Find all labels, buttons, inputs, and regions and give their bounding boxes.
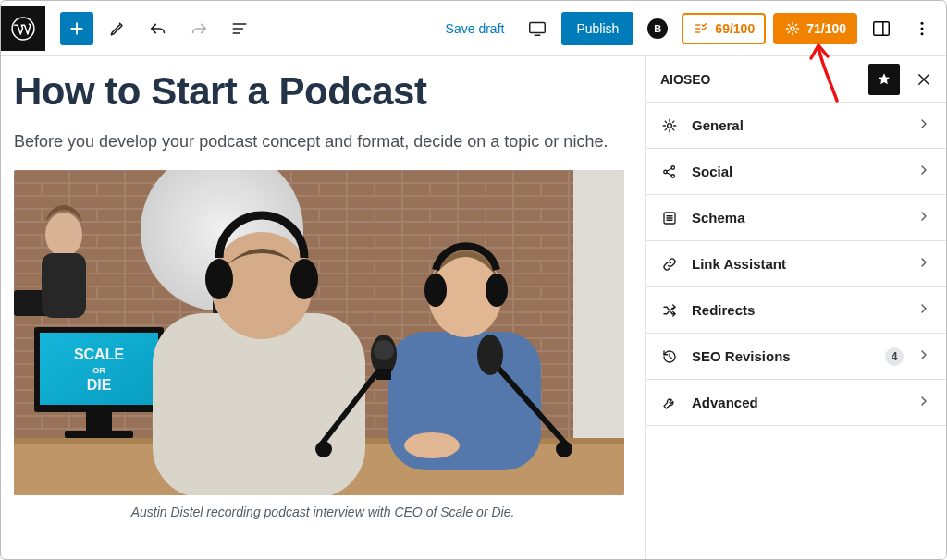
preview-button[interactable] [521, 12, 554, 45]
svg-rect-44 [14, 170, 624, 495]
sidebar-item-label: Advanced [692, 395, 904, 410]
sidebar-item-social[interactable]: Social [646, 149, 946, 195]
sidebar-item-label: SEO Revisions [692, 348, 867, 364]
sidebar-icon [871, 18, 892, 39]
star-icon [876, 71, 892, 88]
svg-point-6 [921, 32, 924, 35]
post-image-figure[interactable]: SCALE OR DIE [14, 170, 632, 519]
sidebar-item-general[interactable]: General [646, 103, 946, 149]
undo-icon [148, 18, 168, 39]
sidebar-item-redirects[interactable]: Redirects [646, 287, 946, 334]
document-overview-button[interactable] [223, 12, 256, 45]
podcast-illustration: SCALE OR DIE [14, 170, 624, 495]
sidebar-item-label: Social [692, 164, 904, 179]
sidebar-header: AIOSEO [646, 56, 946, 103]
chevron-right-icon [916, 347, 931, 366]
kebab-icon [913, 19, 931, 38]
svg-point-5 [921, 27, 924, 30]
post-image[interactable]: SCALE OR DIE [14, 170, 624, 495]
add-block-button[interactable] [60, 12, 93, 45]
sidebar-close-button[interactable] [907, 63, 941, 96]
gear-icon [784, 20, 801, 37]
editor-toolbar: Save draft Publish B 69/100 71/100 [1, 1, 946, 56]
redo-icon [189, 18, 209, 39]
list-view-icon [230, 19, 249, 38]
sidebar-item-schema[interactable]: Schema [646, 195, 946, 241]
sidebar-item-label: General [692, 117, 904, 133]
chevron-right-icon [916, 394, 931, 412]
options-menu-button[interactable] [905, 12, 939, 45]
checklist-icon [693, 20, 709, 37]
redo-button[interactable] [182, 12, 215, 45]
chevron-right-icon [916, 301, 931, 320]
image-caption[interactable]: Austin Distel recording podcast intervie… [14, 505, 632, 519]
seo-score-badge[interactable]: 71/100 [773, 13, 857, 44]
sidebar-item-label: Redirects [692, 302, 904, 318]
save-draft-button[interactable]: Save draft [437, 14, 514, 43]
wrench-icon [660, 394, 679, 412]
pencil-icon [108, 19, 127, 38]
sidebar-item-advanced[interactable]: Advanced [646, 380, 946, 426]
bold-b-icon: B [647, 18, 668, 39]
svg-point-4 [921, 21, 924, 24]
share-icon [660, 163, 679, 181]
readability-score-badge[interactable]: 69/100 [682, 13, 766, 44]
publish-button[interactable]: Publish [561, 12, 633, 45]
sidebar-title: AIOSEO [660, 72, 861, 87]
chevron-right-icon [916, 255, 931, 274]
editor-canvas[interactable]: How to Start a Podcast Before you develo… [1, 56, 645, 559]
link-icon [660, 255, 679, 274]
svg-point-2 [791, 26, 794, 30]
desktop-icon [527, 18, 547, 39]
chevron-right-icon [916, 116, 931, 135]
history-icon [660, 347, 679, 366]
wordpress-icon [11, 17, 35, 41]
chevron-right-icon [916, 163, 931, 181]
undo-button[interactable] [141, 12, 175, 45]
plus-icon [67, 18, 87, 39]
sidebar-item-seo-revisions[interactable]: SEO Revisions4 [646, 334, 946, 380]
post-title[interactable]: How to Start a Podcast [14, 69, 632, 114]
svg-point-45 [668, 123, 672, 128]
list-icon [660, 209, 679, 227]
shuffle-icon [660, 301, 679, 320]
sidebar-item-label: Schema [692, 210, 904, 225]
tools-button[interactable] [101, 12, 134, 45]
svg-rect-3 [874, 21, 890, 35]
chevron-right-icon [916, 209, 931, 227]
sidebar-star-button[interactable] [868, 64, 900, 95]
svg-rect-1 [530, 22, 546, 32]
sidebar-item-count: 4 [885, 347, 904, 366]
sidebar-item-label: Link Assistant [692, 256, 904, 272]
close-icon [916, 71, 932, 88]
wordpress-logo[interactable] [1, 6, 45, 51]
aioseo-sidebar: AIOSEO GeneralSocialSchemaLink Assistant… [645, 56, 946, 559]
gear-icon [660, 116, 679, 135]
readability-score-value: 69/100 [715, 21, 755, 36]
post-intro-paragraph[interactable]: Before you develop your podcast concept … [14, 132, 632, 152]
settings-panel-toggle[interactable] [865, 12, 898, 45]
seo-score-value: 71/100 [806, 21, 846, 36]
sidebar-item-link-assistant[interactable]: Link Assistant [646, 241, 946, 287]
plugin-badge-button[interactable]: B [641, 12, 674, 45]
